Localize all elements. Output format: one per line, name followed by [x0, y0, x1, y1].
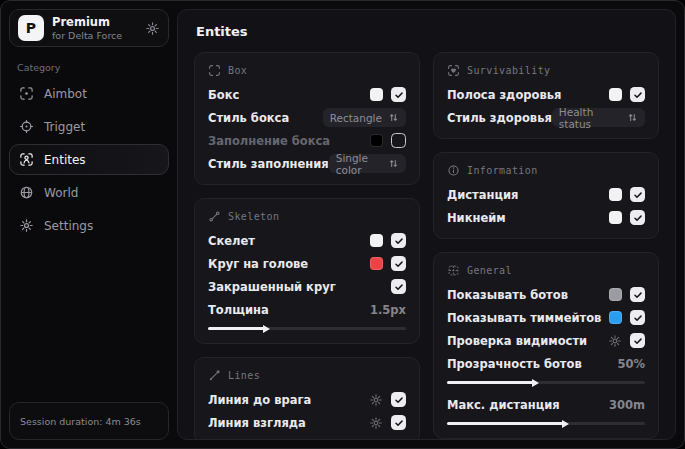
- checkbox[interactable]: [391, 415, 406, 430]
- panel-header-label: Lines: [228, 370, 260, 381]
- setting-row: Проверка видимости: [447, 330, 645, 351]
- panel-header-label: Box: [228, 65, 247, 76]
- checkbox[interactable]: [391, 256, 406, 271]
- setting-label: Прозрачность ботов: [447, 357, 582, 371]
- setting-row: Линия до врага: [208, 389, 406, 410]
- sidebar-item-label: World: [44, 186, 78, 200]
- setting-label: Макс. дистанция: [447, 398, 560, 412]
- panel-general: General Показывать ботов Показывать тимм…: [433, 252, 659, 439]
- sidebar-item-label: Settings: [44, 219, 93, 233]
- setting-label: Линия взгляда: [208, 416, 306, 430]
- panel-header-label: Skeleton: [228, 211, 279, 222]
- settings-gear-icon[interactable]: [145, 21, 160, 36]
- slider-thumb[interactable]: [562, 420, 569, 428]
- color-swatch[interactable]: [609, 311, 622, 324]
- setting-label: Толщина: [208, 303, 269, 317]
- setting-row: Линия взгляда: [208, 412, 406, 433]
- app-title: Premium: [52, 16, 137, 29]
- checkbox[interactable]: [630, 187, 645, 202]
- select-value: Single color: [336, 152, 382, 176]
- slider-value: 50%: [617, 357, 645, 371]
- sidebar-item-label: Aimbot: [44, 87, 87, 101]
- setting-row: Толщина 1.5px: [208, 299, 406, 320]
- main-panel: Entites Box Бокс: [177, 9, 676, 440]
- sidebar-item-entites[interactable]: Entites: [9, 144, 169, 175]
- app-logo: P: [18, 15, 44, 41]
- color-swatch[interactable]: [609, 211, 622, 224]
- bot-opacity-slider[interactable]: [447, 376, 645, 387]
- panel-information-header: Information: [447, 162, 645, 178]
- sidebar-item-settings[interactable]: Settings: [9, 210, 169, 241]
- checkbox[interactable]: [391, 233, 406, 248]
- fill-style-select[interactable]: Single color: [329, 154, 406, 173]
- checkbox[interactable]: [630, 210, 645, 225]
- setting-row: Стиль заполнения Single color: [208, 153, 406, 174]
- panel-survivability-header: Survivability: [447, 62, 645, 78]
- sidebar-item-aimbot[interactable]: Aimbot: [9, 78, 169, 109]
- thickness-slider[interactable]: [208, 322, 406, 333]
- color-swatch[interactable]: [609, 188, 622, 201]
- select-value: Health status: [559, 106, 621, 130]
- info-icon: [447, 164, 460, 177]
- panel-skeleton-header: Skeleton: [208, 208, 406, 224]
- aimbot-icon: [19, 86, 34, 101]
- grid-icon: [447, 264, 460, 277]
- slider-value: 300m: [609, 398, 645, 412]
- sort-arrows-icon: [388, 112, 399, 123]
- setting-row: Стиль здоровья Health status: [447, 107, 645, 128]
- slider-value: 1.5px: [370, 303, 406, 317]
- panel-skeleton: Skeleton Скелет Круг на голове: [194, 198, 420, 344]
- app-subtitle: for Delta Force: [52, 30, 137, 41]
- app-window: P Premium for Delta Force Category Aimbo…: [0, 0, 685, 449]
- max-distance-slider[interactable]: [447, 417, 645, 428]
- checkbox[interactable]: [630, 310, 645, 325]
- column-left: Box Бокс Стиль бокса: [194, 52, 420, 440]
- session-duration-label: Session duration: 4m 36s: [20, 416, 141, 427]
- entities-icon: [19, 152, 34, 167]
- checkbox[interactable]: [391, 87, 406, 102]
- box-style-select[interactable]: Rectangle: [323, 108, 406, 127]
- setting-label: Бокс: [208, 88, 239, 102]
- checkbox[interactable]: [391, 279, 406, 294]
- slider-thumb[interactable]: [263, 325, 270, 333]
- gear-icon: [19, 218, 34, 233]
- line-settings-gear-icon[interactable]: [369, 393, 383, 407]
- panel-box-header: Box: [208, 62, 406, 78]
- checkbox[interactable]: [630, 287, 645, 302]
- checkbox[interactable]: [391, 133, 406, 148]
- panel-survivability: Survivability Полоса здоровья Стиль здор…: [433, 52, 659, 139]
- line-settings-gear-icon[interactable]: [369, 416, 383, 430]
- setting-row: Заполнение бокса: [208, 130, 406, 151]
- health-style-select[interactable]: Health status: [552, 108, 645, 127]
- visibility-settings-gear-icon[interactable]: [608, 334, 622, 348]
- color-swatch[interactable]: [609, 288, 622, 301]
- color-swatch[interactable]: [370, 257, 383, 270]
- setting-label: Круг на голове: [208, 257, 308, 271]
- setting-label: Показывать ботов: [447, 288, 568, 302]
- setting-label: Заполнение бокса: [208, 134, 330, 148]
- sidebar-item-label: Trigget: [44, 120, 85, 134]
- setting-label: Никнейм: [447, 211, 506, 225]
- checkbox[interactable]: [630, 87, 645, 102]
- sidebar-item-world[interactable]: World: [9, 177, 169, 208]
- panel-general-header: General: [447, 262, 645, 278]
- checkbox[interactable]: [630, 333, 645, 348]
- sidebar-item-trigget[interactable]: Trigget: [9, 111, 169, 142]
- color-swatch[interactable]: [609, 88, 622, 101]
- category-label: Category: [17, 62, 169, 73]
- survivability-icon: [447, 64, 460, 77]
- setting-row: Показывать тиммейтов: [447, 307, 645, 328]
- setting-row: Скелет: [208, 230, 406, 251]
- setting-row: Макс. дистанция 300m: [447, 394, 645, 415]
- setting-label: Стиль заполнения: [208, 157, 329, 171]
- setting-row: Прозрачность ботов 50%: [447, 353, 645, 374]
- slider-thumb[interactable]: [532, 379, 539, 387]
- sidebar: P Premium for Delta Force Category Aimbo…: [1, 1, 177, 448]
- line-icon: [208, 369, 221, 382]
- checkbox[interactable]: [391, 392, 406, 407]
- color-swatch[interactable]: [370, 134, 383, 147]
- color-swatch[interactable]: [370, 234, 383, 247]
- color-swatch[interactable]: [370, 88, 383, 101]
- setting-label: Проверка видимости: [447, 334, 587, 348]
- setting-label: Линия до врага: [208, 393, 311, 407]
